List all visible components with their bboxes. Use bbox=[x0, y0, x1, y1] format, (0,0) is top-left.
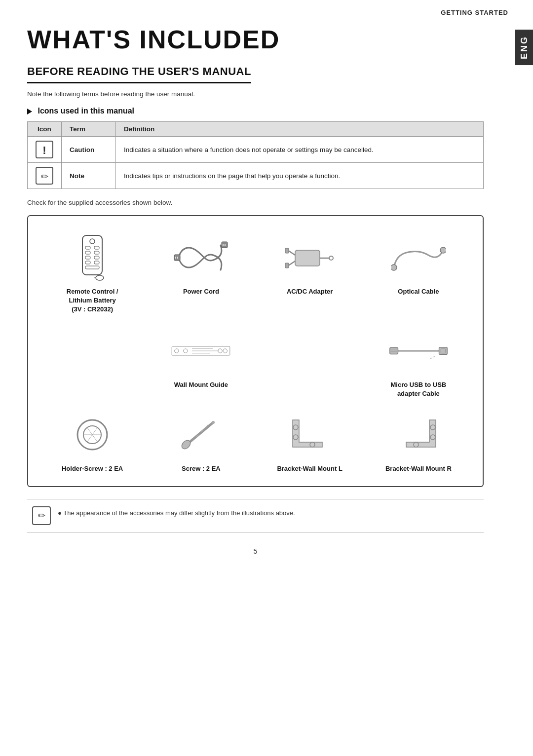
micro-usb-image: ⇌ bbox=[389, 326, 448, 376]
optical-cable-label: Optical Cable bbox=[398, 287, 439, 296]
svg-rect-24 bbox=[285, 248, 289, 253]
subsection-title: Icons used in this manual bbox=[27, 107, 484, 115]
caution-icon: ! bbox=[36, 141, 53, 158]
svg-rect-4 bbox=[85, 251, 90, 254]
optical-cable-image bbox=[389, 233, 448, 282]
svg-rect-19 bbox=[295, 250, 320, 266]
bracket-left-label: Bracket-Wall Mount L bbox=[277, 464, 342, 473]
table-header-icon: Icon bbox=[28, 122, 62, 137]
acdc-svg bbox=[285, 235, 335, 280]
svg-rect-9 bbox=[94, 261, 99, 264]
power-cord-label: Power Cord bbox=[183, 287, 219, 296]
accessory-power-cord: Power Cord bbox=[147, 226, 255, 319]
micro-usb-svg: ⇌ bbox=[389, 336, 448, 366]
svg-point-30 bbox=[184, 348, 188, 352]
svg-rect-16 bbox=[222, 242, 228, 248]
remote-control-svg bbox=[77, 234, 107, 281]
accessories-intro: Check for the supplied accessories shown… bbox=[27, 199, 484, 206]
remote-control-label: Remote Control /Lithium Battery(3V : CR2… bbox=[67, 287, 118, 314]
accessory-acdc: AC/DC Adapter bbox=[256, 226, 364, 319]
language-tab: ENG bbox=[515, 30, 533, 65]
table-header-term: Term bbox=[62, 122, 116, 137]
accessory-holder-screw: Holder-Screw : 2 EA bbox=[38, 403, 147, 478]
page-number: 5 bbox=[27, 547, 484, 555]
section-title: BEFORE READING THE USER'S MANUAL bbox=[27, 65, 251, 83]
svg-rect-5 bbox=[94, 251, 99, 254]
bracket-right-svg bbox=[394, 415, 443, 454]
screw-label: Screw : 2 EA bbox=[182, 464, 221, 473]
svg-point-21 bbox=[329, 256, 333, 260]
bracket-right-image bbox=[389, 410, 448, 459]
svg-rect-6 bbox=[85, 256, 90, 259]
note-icon: ✏ bbox=[36, 167, 53, 185]
remote-control-image bbox=[63, 233, 122, 282]
power-cord-image bbox=[171, 233, 230, 282]
note-definition: Indicates tips or instructions on the pa… bbox=[116, 163, 484, 189]
svg-point-34 bbox=[218, 348, 222, 352]
svg-point-35 bbox=[223, 348, 227, 352]
optical-cable-svg bbox=[391, 240, 446, 275]
arrow-icon bbox=[27, 109, 32, 114]
micro-usb-label: Micro USB to USBadapter Cable bbox=[391, 380, 447, 398]
page-title: WHAT'S INCLUDED bbox=[27, 25, 484, 54]
holder-screw-svg bbox=[73, 415, 112, 454]
svg-point-52 bbox=[212, 421, 215, 424]
accessory-optical-cable: Optical Cable bbox=[364, 226, 473, 319]
bracket-left-svg bbox=[285, 415, 335, 454]
acdc-image bbox=[280, 233, 340, 282]
table-row-caution: ! Caution Indicates a situation where a … bbox=[28, 137, 484, 163]
accessory-micro-usb: ⇌ Micro USB to USBadapter Cable bbox=[364, 319, 473, 403]
note-term: Note bbox=[62, 163, 116, 189]
wall-mount-guide-label: Wall Mount Guide bbox=[174, 380, 228, 389]
accessory-bracket-left: Bracket-Wall Mount L bbox=[256, 403, 364, 478]
getting-started-label: GETTING STARTED bbox=[441, 9, 508, 16]
svg-point-29 bbox=[175, 348, 179, 352]
svg-rect-7 bbox=[94, 256, 99, 259]
accessories-row-3: Holder-Screw : 2 EA bbox=[38, 403, 473, 478]
table-row-note: ✏ Note Indicates tips or instructions on… bbox=[28, 163, 484, 189]
svg-rect-36 bbox=[390, 347, 398, 354]
svg-point-1 bbox=[90, 239, 95, 244]
accessory-remote-control: Remote Control /Lithium Battery(3V : CR2… bbox=[38, 226, 147, 319]
svg-rect-10 bbox=[85, 266, 99, 269]
svg-text:⇌: ⇌ bbox=[430, 354, 435, 361]
empty-cell-1 bbox=[38, 319, 147, 403]
accessory-bracket-right: Bracket-Wall Mount R bbox=[364, 403, 473, 478]
intro-text: Note the following terms before reading … bbox=[27, 90, 484, 98]
accessory-wall-mount-guide: Wall Mount Guide bbox=[147, 319, 255, 403]
caution-definition: Indicates a situation where a function d… bbox=[116, 137, 484, 163]
svg-rect-8 bbox=[85, 261, 90, 264]
wall-mount-guide-image bbox=[171, 326, 230, 376]
svg-point-11 bbox=[96, 275, 104, 280]
svg-point-27 bbox=[440, 247, 446, 253]
svg-rect-25 bbox=[285, 263, 289, 268]
acdc-label: AC/DC Adapter bbox=[287, 287, 333, 296]
svg-rect-39 bbox=[439, 347, 447, 354]
bracket-right-label: Bracket-Wall Mount R bbox=[385, 464, 452, 473]
svg-point-26 bbox=[391, 265, 397, 270]
bracket-left-image bbox=[280, 410, 340, 459]
screw-image bbox=[171, 410, 230, 459]
accessories-row-1: Remote Control /Lithium Battery(3V : CR2… bbox=[38, 226, 473, 319]
caution-term: Caution bbox=[62, 137, 116, 163]
svg-rect-13 bbox=[174, 255, 180, 261]
power-cord-svg bbox=[174, 238, 228, 277]
note-box: ✏ ● The appearance of the accessories ma… bbox=[27, 499, 484, 532]
table-header-definition: Definition bbox=[116, 122, 484, 137]
note-box-icon: ✏ bbox=[32, 506, 51, 525]
empty-cell-2 bbox=[256, 319, 364, 403]
svg-rect-2 bbox=[85, 246, 90, 249]
holder-screw-label: Holder-Screw : 2 EA bbox=[62, 464, 123, 473]
accessories-row-2: Wall Mount Guide bbox=[38, 319, 473, 403]
wall-mount-guide-svg bbox=[171, 339, 230, 363]
accessory-screw: Screw : 2 EA bbox=[147, 403, 255, 478]
screw-svg bbox=[179, 417, 223, 452]
svg-rect-3 bbox=[94, 246, 99, 249]
holder-screw-image bbox=[63, 410, 122, 459]
note-box-text: ● The appearance of the accessories may … bbox=[58, 506, 295, 518]
icons-table: Icon Term Definition ! Caution Indicates… bbox=[27, 121, 484, 189]
accessories-box: Remote Control /Lithium Battery(3V : CR2… bbox=[27, 215, 484, 487]
